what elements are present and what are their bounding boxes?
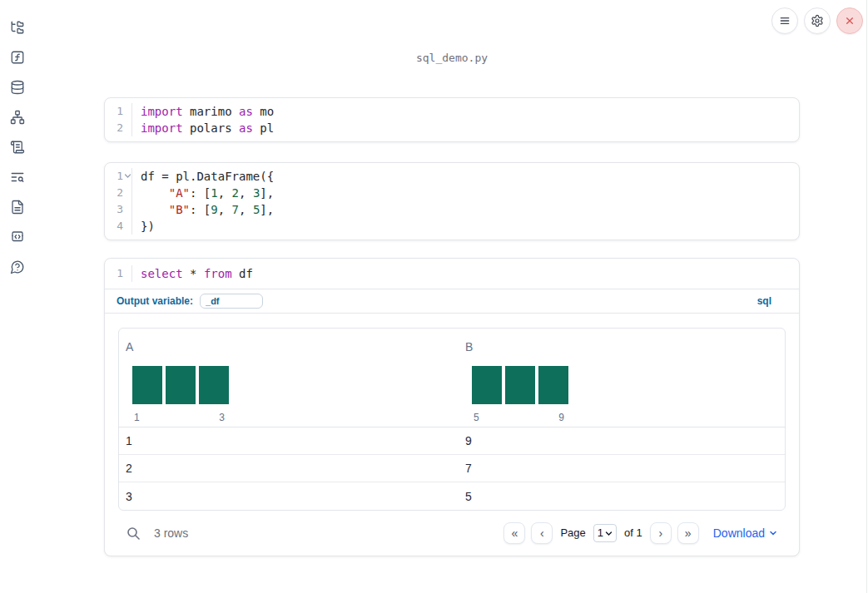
code-text: import polars as pl (131, 120, 274, 136)
search-icon (126, 526, 141, 541)
code-line: 2 "A": [1, 2, 3], (105, 185, 799, 201)
code-line: 4}) (105, 218, 799, 235)
notebook: sql_demo.py 1import marimo as mo2import … (104, 0, 800, 556)
function-square-icon[interactable] (10, 50, 25, 65)
code-text: }) (131, 218, 155, 235)
download-label: Download (713, 525, 765, 541)
notebook-filename: sql_demo.py (104, 52, 800, 64)
cell-b-value: 7 (459, 460, 785, 477)
code-text: df = pl.DataFrame({ (131, 168, 274, 185)
last-page-button[interactable]: » (677, 522, 699, 544)
column-header-b[interactable]: B 5 9 (459, 329, 785, 427)
first-page-button[interactable]: « (503, 522, 525, 544)
column-header-a[interactable]: A 1 3 (119, 329, 459, 427)
close-icon (843, 14, 856, 27)
table-footer: 3 rows « ‹ Page 1 of 1 › » (118, 511, 786, 556)
scroll-icon[interactable] (10, 140, 25, 155)
marimo-app: sql_demo.py 1import marimo as mo2import … (0, 0, 868, 593)
prev-page-button[interactable]: ‹ (531, 522, 553, 544)
column-histogram (472, 366, 568, 404)
database-icon[interactable] (10, 80, 25, 95)
cell-a-value: 2 (119, 460, 459, 477)
line-number: 2 (105, 185, 131, 201)
next-page-button[interactable]: › (650, 522, 672, 544)
code-line: 1df = pl.DataFrame({ (105, 168, 799, 185)
sql-cell: 1select * from df Output variable: sql A (104, 258, 800, 556)
histogram-bar[interactable] (505, 366, 535, 404)
sql-cell-toolbar: Output variable: sql (105, 289, 799, 314)
line-number: 4 (105, 218, 131, 235)
settings-button[interactable] (804, 7, 831, 34)
cell-b-value: 5 (459, 488, 785, 505)
dependency-graph-icon[interactable] (10, 110, 25, 125)
histogram-bar[interactable] (472, 366, 502, 404)
code-line: 1select * from df (105, 265, 799, 282)
code-text: "A": [1, 2, 3], (131, 185, 274, 201)
table-body: 192735 (119, 427, 785, 510)
line-number: 1 (105, 265, 131, 282)
histogram-bar[interactable] (199, 366, 229, 404)
helper-panel-rail (10, 20, 25, 274)
page-label: Page (560, 525, 585, 541)
code-line: 2import polars as pl (105, 120, 799, 136)
shutdown-button[interactable] (836, 7, 863, 34)
table-header: A 1 3 B 5 9 (119, 329, 785, 427)
code-text: import marimo as mo (131, 103, 274, 120)
table-row: 19 (119, 427, 785, 455)
code-cell-imports[interactable]: 1import marimo as mo2import polars as pl (104, 97, 800, 142)
hist-max-label: 9 (558, 409, 564, 426)
table-row: 35 (119, 482, 785, 510)
dataframe-table: A 1 3 B 5 9 (118, 328, 786, 511)
chevron-down-icon (605, 530, 613, 537)
hist-max-label: 3 (219, 409, 225, 426)
row-count: 3 rows (154, 525, 188, 541)
page-select[interactable]: 1 (593, 524, 617, 542)
table-search-button[interactable] (126, 526, 141, 541)
histogram-bar[interactable] (166, 366, 196, 404)
cell-a-value: 1 (119, 432, 459, 449)
column-name: B (465, 339, 778, 355)
cell-b-value: 9 (459, 432, 785, 449)
histogram-bar[interactable] (538, 366, 568, 404)
code-text: select * from df (131, 265, 253, 282)
hist-min-label: 5 (474, 409, 479, 426)
sql-code-editor[interactable]: 1select * from df (105, 259, 799, 289)
histogram-axis-labels: 5 9 (472, 409, 568, 426)
fold-chevron-down-icon[interactable] (124, 172, 131, 180)
download-button[interactable]: Download (713, 525, 777, 541)
code-line: 1import marimo as mo (105, 103, 799, 120)
language-badge: sql (757, 293, 771, 309)
help-circle-icon[interactable] (10, 259, 25, 274)
page-of-label: of 1 (624, 525, 642, 541)
table-output: A 1 3 B 5 9 (105, 314, 799, 556)
column-histogram (132, 366, 229, 404)
line-number: 1 (105, 103, 131, 120)
code-cell-dataframe[interactable]: 1df = pl.DataFrame({2 "A": [1, 2, 3],3 "… (104, 162, 800, 240)
line-number: 1 (105, 168, 131, 185)
histogram-bar[interactable] (132, 366, 162, 404)
output-variable-input[interactable] (200, 294, 263, 309)
document-icon[interactable] (10, 200, 25, 215)
cell-a-value: 3 (119, 488, 459, 505)
column-name: A (126, 339, 452, 355)
line-number: 3 (105, 201, 131, 218)
code-snippet-icon[interactable] (10, 230, 25, 245)
table-row: 27 (119, 455, 785, 482)
code-text: "B": [9, 7, 5], (131, 201, 274, 218)
line-number: 2 (105, 120, 131, 136)
page-select-value: 1 (598, 525, 603, 541)
code-line: 3 "B": [9, 7, 5], (105, 201, 799, 218)
chevron-down-icon (769, 529, 777, 537)
list-search-icon[interactable] (10, 170, 25, 185)
output-variable-label: Output variable: (117, 293, 193, 309)
hist-min-label: 1 (134, 409, 140, 426)
gear-icon (811, 14, 824, 27)
file-tree-icon[interactable] (10, 20, 25, 35)
histogram-axis-labels: 1 3 (132, 409, 229, 426)
